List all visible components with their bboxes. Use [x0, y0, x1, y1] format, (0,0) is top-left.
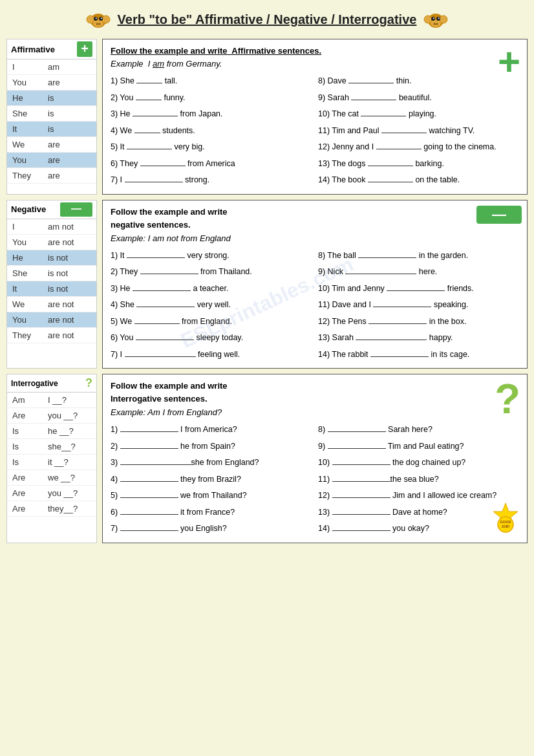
exercise-item: 2) They from Thailand. [111, 265, 312, 279]
svg-point-18 [438, 17, 440, 19]
svg-point-4 [94, 17, 98, 21]
affirmative-exercise-title: Follow the example and write Affirmative… [111, 46, 519, 56]
award-badge: GOOD JOB! [489, 500, 522, 537]
exercise-item: 4) We students. [111, 124, 312, 138]
svg-point-12 [424, 16, 432, 23]
sidebar-row: Am I __? [7, 393, 96, 408]
svg-point-2 [102, 16, 110, 23]
exercise-item: 11) Tim and Paul watching TV. [318, 124, 519, 138]
exercise-item: 2) he from Spain? [111, 439, 312, 454]
sidebar-row: You are not [7, 312, 96, 328]
affirmative-section: Affirmative + I am You are He is She is … [6, 39, 528, 195]
exercise-item: 3) He from Japan. [111, 107, 312, 122]
svg-point-7 [100, 17, 101, 19]
affirmative-sidebar: Affirmative + I am You are He is She is … [6, 39, 97, 195]
exercise-item: 4) She very well. [111, 297, 312, 312]
exercise-item: 11) Dave and I speaking. [318, 297, 519, 312]
sidebar-row: I am not [7, 219, 96, 235]
sidebar-row: Are you __? [7, 486, 96, 501]
negative-grid: 1) It very strong. 8) The ball in the ga… [111, 248, 519, 362]
page-title: Verb "to be" Affirmative / Negative / In… [6, 6, 528, 32]
exercise-item: 5) It very big. [111, 140, 312, 155]
exercise-item: 5) we from Thailand? [111, 488, 312, 503]
sidebar-row: He is not [7, 250, 96, 266]
interrogative-section: Interrogative ? Am I __? Are you __? Is … [6, 374, 528, 543]
sidebar-row: Are you __? [7, 408, 96, 424]
exercise-item: 4) they from Brazil? [111, 472, 312, 487]
affirmative-grid: 1) She tall. 8) Dave thin. 2) You funny.… [111, 74, 519, 188]
exercise-item: 5) We from England. [111, 314, 312, 329]
svg-point-13 [440, 16, 447, 23]
exercise-item: 9) Nick here. [318, 265, 519, 279]
exercise-item: 11) the sea blue? [318, 472, 519, 487]
exercise-item: 8) Sarah here? [318, 422, 519, 437]
exercise-item: 10) Tim and Jenny friends. [318, 281, 519, 296]
exercise-item: 10) The cat playing. [318, 107, 519, 122]
sidebar-row: Are we __? [7, 470, 96, 486]
exercise-item: 12) The Pens in the box. [318, 314, 519, 329]
negative-exercise-title: Follow the example and write [111, 207, 519, 217]
exercise-item: 7) I feeling well. [111, 347, 312, 362]
sidebar-row: It is [7, 122, 96, 137]
sidebar-row: She is not [7, 266, 96, 281]
affirmative-header: Affirmative + [7, 39, 96, 59]
exercise-item: 2) You funny. [111, 91, 312, 105]
svg-point-20 [434, 23, 435, 25]
exercise-item: 12) Jenny and I going to the cinema. [318, 140, 519, 155]
sidebar-row: She is [7, 106, 96, 122]
minus-corner: — [476, 206, 522, 224]
exercise-item: 7) I strong. [111, 173, 312, 188]
exercise-item: 8) The ball in the garden. [318, 248, 519, 263]
affirmative-example: Example I am from Germany. [111, 59, 519, 69]
svg-text:JOB!: JOB! [501, 524, 509, 528]
negative-exercise-subtitle: negative sentences. [111, 220, 519, 230]
exercise-item: 6) it from France? [111, 505, 312, 520]
sidebar-row: They are not [7, 328, 96, 343]
big-question-icon: ? [495, 378, 520, 420]
negative-exercise: — Follow the example and write negative … [102, 200, 528, 369]
sidebar-row: We are [7, 137, 96, 153]
question-icon: ? [85, 376, 92, 390]
sidebar-row: He is [7, 91, 96, 106]
sidebar-row: You are [7, 153, 96, 168]
exercise-item: 1) She tall. [111, 74, 312, 89]
svg-point-21 [436, 23, 438, 25]
svg-text:GOOD: GOOD [500, 520, 511, 524]
svg-point-6 [95, 17, 96, 19]
exercise-item: 3) He a teacher. [111, 281, 312, 296]
sidebar-row: They are [7, 168, 96, 184]
sidebar-row: You are [7, 75, 96, 91]
svg-point-17 [433, 17, 434, 19]
svg-point-16 [436, 17, 440, 21]
affirmative-exercise: + Follow the example and write Affirmati… [102, 39, 528, 195]
interrogative-exercise: ? GOOD JOB! Follow the example and write… [102, 374, 528, 543]
exercise-item: 13) Sarah happy. [318, 330, 519, 345]
big-plus-corner: + [498, 43, 520, 81]
exercise-item: 13) The dogs barking. [318, 157, 519, 171]
monkey-right-icon [423, 6, 449, 32]
exercise-item: 6) They from America [111, 157, 312, 171]
exercise-item: 10) the dog chained up? [318, 455, 519, 470]
sidebar-row: We are not [7, 297, 96, 312]
exercise-item: 14) The rabbit in its cage. [318, 347, 519, 362]
svg-point-9 [96, 23, 98, 25]
svg-point-1 [87, 16, 94, 23]
sidebar-row: I am [7, 59, 96, 75]
exercise-item: 3) she from England? [111, 455, 312, 470]
negative-section: Negative — I am not You are not He is no… [6, 200, 528, 369]
exercise-item: 9) Tim and Paul eating? [318, 439, 519, 454]
interrogative-example: Example: Am I from England? [111, 407, 519, 417]
interrogative-header: Interrogative ? [7, 374, 96, 393]
interrogative-exercise-subtitle: Interrogative sentences. [111, 394, 519, 404]
negative-header: Negative — [7, 200, 96, 219]
exercise-item: 14) The book on the table. [318, 173, 519, 188]
sidebar-row: Is it __? [7, 455, 96, 470]
sidebar-row: It is not [7, 281, 96, 297]
negative-example: Example: I am not from England [111, 233, 519, 243]
exercise-item: 7) you English? [111, 521, 312, 536]
exercise-item: 6) You sleepy today. [111, 330, 312, 345]
monkey-left-icon [85, 6, 111, 32]
svg-point-15 [431, 17, 435, 21]
svg-point-10 [99, 23, 100, 25]
interrogative-sidebar: Interrogative ? Am I __? Are you __? Is … [6, 374, 97, 543]
